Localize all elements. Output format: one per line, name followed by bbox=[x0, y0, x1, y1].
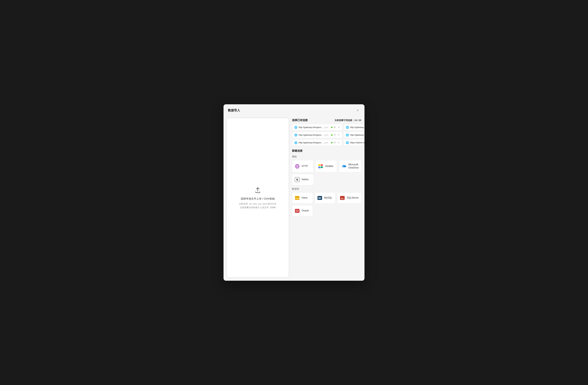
connection-globe-icon: 🌐 bbox=[346, 141, 349, 144]
connection-url: http://gateway.thingwor... bbox=[299, 141, 323, 144]
hana-label: Hana bbox=[302, 196, 308, 200]
svg-rect-8 bbox=[321, 166, 323, 168]
connection-tag: gate... bbox=[324, 142, 330, 144]
modal-header: 数据导入 × bbox=[224, 104, 364, 116]
notion-icon: N bbox=[294, 177, 300, 182]
delete-connection-button[interactable]: ✕ bbox=[337, 126, 340, 129]
existing-connections-header: 选择已有连接 当前套餐可用连接：14 / 20 bbox=[292, 118, 361, 122]
database-services-grid: HANA Hana MySQL bbox=[292, 192, 361, 216]
status-dot bbox=[331, 142, 333, 143]
connection-globe-icon: 🌐 bbox=[294, 141, 297, 144]
left-panel: 选择本地文件上传 / CtrlV粘贴 目前支持 .xls,.xlsx,.csv,… bbox=[224, 116, 292, 281]
svg-text:SQL: SQL bbox=[341, 197, 344, 199]
onedrive-label: Microsoft OneDrive bbox=[348, 163, 359, 169]
airtable-icon bbox=[318, 164, 323, 169]
connection-item[interactable]: 🌐 http://gateway.thingwor... gate... 👁 ✕ bbox=[344, 124, 364, 130]
mysql-service-item[interactable]: MySQL bbox=[315, 192, 336, 204]
onedrive-service-item[interactable]: Microsoft OneDrive bbox=[339, 160, 361, 172]
http-label: HTTP bbox=[302, 165, 308, 168]
connection-actions: 👁 ✕ bbox=[331, 133, 340, 136]
upload-zone[interactable]: 选择本地文件上传 / CtrlV粘贴 目前支持 .xls,.xlsx,.csv,… bbox=[226, 118, 289, 278]
network-subtitle: 网络 bbox=[292, 155, 361, 158]
connection-url: https://admin.tabledi.co... bbox=[350, 141, 364, 144]
connection-globe-icon: 🌐 bbox=[346, 133, 349, 136]
new-connections-title: 新建连接 bbox=[292, 149, 361, 153]
connection-globe-icon: 🌐 bbox=[294, 126, 297, 129]
connection-tag: gate... bbox=[324, 126, 330, 128]
svg-rect-14 bbox=[295, 209, 299, 213]
connection-item[interactable]: 🌐 http://gateway.thingwor... gate... 👁 ✕ bbox=[292, 132, 342, 138]
notion-label: Notion bbox=[302, 178, 309, 181]
connection-item[interactable]: 🌐 http://gateway.thingwor... gate... 👁 ✕ bbox=[292, 139, 342, 146]
close-button[interactable]: × bbox=[355, 108, 360, 113]
mysql-icon bbox=[317, 195, 322, 201]
connection-item[interactable]: 🌐 http://gateway.thingwor... gate... 👁 ✕ bbox=[344, 132, 364, 138]
oracle-icon bbox=[294, 208, 300, 214]
close-icon: × bbox=[357, 108, 359, 113]
view-connection-button[interactable]: 👁 bbox=[333, 126, 336, 129]
onedrive-icon bbox=[341, 164, 347, 169]
connection-item[interactable]: 🌐 https://admin.tabledi.co... 用户... 👁 ✕ bbox=[344, 139, 364, 146]
sqlserver-icon: SQL bbox=[340, 195, 345, 201]
hana-service-item[interactable]: HANA Hana bbox=[292, 192, 313, 204]
sqlserver-label: SQLServer bbox=[347, 196, 359, 200]
connection-globe-icon: 🌐 bbox=[346, 126, 349, 129]
connection-url: http://gateway.thingwor... bbox=[299, 134, 323, 136]
existing-connections-title: 选择已有连接 bbox=[292, 118, 308, 122]
connection-actions: 👁 ✕ bbox=[331, 141, 340, 144]
connection-globe-icon: 🌐 bbox=[294, 133, 297, 136]
right-panel: 选择已有连接 当前套餐可用连接：14 / 20 🌐 http://gateway… bbox=[292, 116, 364, 281]
svg-rect-6 bbox=[321, 164, 323, 166]
data-import-modal: 数据导入 × 选择本地文件上传 / CtrlV粘贴 目前支持 .xls,.xls… bbox=[224, 104, 364, 281]
delete-connection-button[interactable]: ✕ bbox=[337, 133, 340, 136]
svg-text:HANA: HANA bbox=[295, 197, 300, 199]
mysql-label: MySQL bbox=[324, 196, 332, 200]
sqlserver-service-item[interactable]: SQL SQLServer bbox=[337, 192, 361, 204]
http-service-item[interactable]: HTTP bbox=[292, 160, 314, 172]
view-connection-button[interactable]: 👁 bbox=[333, 141, 336, 144]
connection-actions: 👁 ✕ bbox=[331, 126, 340, 129]
connection-url: http://gateway.thingwor... bbox=[350, 134, 364, 136]
oracle-label: Oracle bbox=[302, 209, 309, 213]
oracle-service-item[interactable]: Oracle bbox=[292, 205, 313, 216]
connection-quota: 当前套餐可用连接：14 / 20 bbox=[335, 119, 361, 122]
connection-url: http://gateway.thingwor... bbox=[299, 126, 323, 128]
status-dot bbox=[331, 134, 333, 136]
notion-service-item[interactable]: N Notion bbox=[292, 174, 314, 185]
status-dot bbox=[331, 127, 333, 128]
connections-grid: 🌐 http://gateway.thingwor... gate... 👁 ✕… bbox=[292, 124, 361, 146]
airtable-label: Airtable bbox=[325, 165, 333, 168]
upload-icon bbox=[254, 186, 262, 194]
upload-sub-text: 目前支持 .xls,.xlsx,.csv,.xlsm 格式文件 当前套餐支持的最… bbox=[239, 202, 276, 209]
network-services-grid: HTTP Airtable bbox=[292, 160, 361, 185]
connection-url: http://gateway.thingwor... bbox=[350, 126, 364, 128]
modal-title: 数据导入 bbox=[228, 108, 240, 112]
http-icon bbox=[294, 164, 300, 169]
hana-icon: HANA bbox=[294, 195, 300, 201]
upload-main-text: 选择本地文件上传 / CtrlV粘贴 bbox=[241, 197, 275, 201]
connection-item[interactable]: 🌐 http://gateway.thingwor... gate... 👁 ✕ bbox=[292, 124, 342, 130]
view-connection-button[interactable]: 👁 bbox=[333, 133, 336, 136]
database-subtitle: 数据库 bbox=[292, 187, 361, 191]
delete-connection-button[interactable]: ✕ bbox=[337, 141, 340, 144]
svg-rect-5 bbox=[318, 164, 320, 166]
connection-tag: gate... bbox=[324, 134, 330, 136]
airtable-service-item[interactable]: Airtable bbox=[315, 160, 337, 172]
modal-body: 选择本地文件上传 / CtrlV粘贴 目前支持 .xls,.xlsx,.csv,… bbox=[224, 116, 364, 281]
svg-rect-7 bbox=[318, 166, 321, 168]
